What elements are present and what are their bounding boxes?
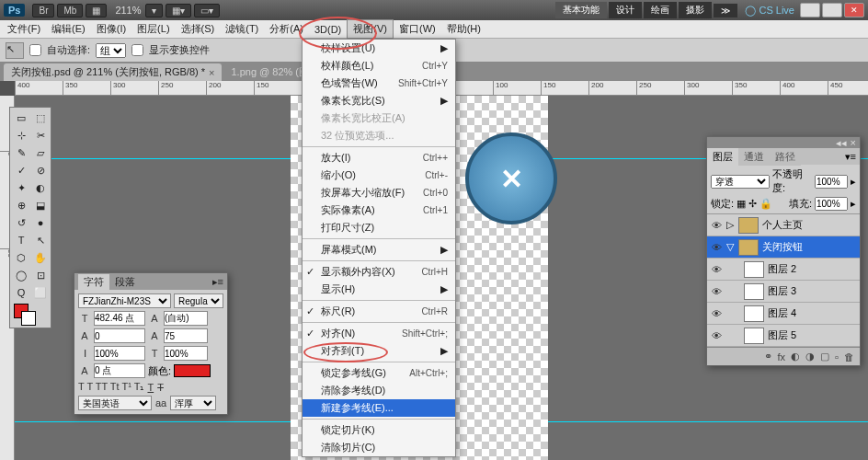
view-extras-button[interactable]: ▦▾ [166, 4, 191, 17]
folder-icon[interactable]: ▢ [820, 351, 829, 362]
tool-button[interactable]: ✋ [31, 249, 50, 266]
visibility-icon[interactable]: 👁 [707, 242, 725, 253]
lock-pixels-icon[interactable]: ▦ [737, 198, 746, 210]
close-icon[interactable]: × [851, 137, 856, 148]
menu-item[interactable]: 校样颜色(L)Ctrl+Y [303, 57, 455, 75]
screen-mode-button[interactable]: ▦ [86, 4, 107, 17]
size-input[interactable] [94, 311, 145, 326]
character-panel[interactable]: 字符 段落 ▸≡ FZJianZhi-M23SRegular TA AA ⅠT … [74, 272, 228, 415]
menu-item[interactable]: 放大(I)Ctrl++ [303, 149, 455, 167]
minibridge-button[interactable]: Mb [57, 4, 83, 17]
lock-all-icon[interactable]: 🔒 [760, 198, 772, 210]
fx-icon[interactable]: fx [778, 351, 786, 362]
visibility-icon[interactable]: 👁 [707, 330, 725, 341]
background-swatch[interactable] [21, 311, 36, 326]
tool-button[interactable]: ▱ [31, 144, 50, 161]
character-tab[interactable]: 字符 [78, 274, 109, 290]
tool-button[interactable]: ⊕ [12, 197, 30, 213]
tool-button[interactable]: Q [12, 284, 30, 301]
aa-select[interactable]: 浑厚 [170, 396, 216, 410]
layer-row[interactable]: 👁图层 5 [707, 325, 860, 347]
panel-menu-icon[interactable]: ▾≡ [841, 151, 860, 163]
screen-button[interactable]: ▭▾ [194, 4, 220, 17]
tool-button[interactable]: ◐ [31, 179, 50, 196]
style-select[interactable]: Regular [174, 293, 223, 308]
minimize-button[interactable]: ─ [800, 3, 820, 17]
close-button[interactable]: ✕ [844, 3, 864, 17]
tool-button[interactable]: ⬚ [31, 109, 50, 126]
menu-edit[interactable]: 编辑(E) [46, 20, 91, 38]
layer-row[interactable]: 👁▷个人主页 [707, 214, 860, 236]
layer-row[interactable]: 👁图层 4 [707, 303, 860, 325]
workspace-photo[interactable]: 摄影 [679, 2, 712, 18]
menu-layer[interactable]: 图层(L) [131, 20, 175, 38]
blend-mode-select[interactable]: 穿透 [711, 175, 770, 189]
menu-item[interactable]: 对齐到(T)▶ [303, 342, 455, 360]
menu-item[interactable]: 清除参考线(D) [303, 382, 455, 399]
menu-image[interactable]: 图像(I) [91, 20, 131, 38]
menu-item[interactable]: 实际像素(A)Ctrl+1 [303, 201, 455, 219]
tool-button[interactable]: ⊹ [12, 127, 30, 144]
menu-item[interactable]: ✓显示额外内容(X)Ctrl+H [303, 263, 455, 281]
layer-row[interactable]: 👁图层 3 [707, 281, 860, 303]
link-icon[interactable]: ⚭ [764, 351, 772, 362]
tool-button[interactable]: ▭ [12, 109, 30, 126]
paragraph-tab[interactable]: 段落 [115, 275, 135, 289]
tool-button[interactable]: ⬡ [12, 249, 30, 266]
collapse-icon[interactable]: ◂◂ [836, 137, 847, 149]
autoselect-checkbox[interactable] [29, 44, 41, 56]
layer-row[interactable]: 👁▽关闭按钮 [707, 236, 860, 259]
showcontrols-checkbox[interactable] [131, 44, 143, 56]
text-color-swatch[interactable] [174, 364, 211, 377]
leading-input[interactable] [164, 311, 208, 326]
tool-button[interactable]: ⊡ [31, 267, 50, 283]
baseline-input[interactable] [94, 363, 145, 378]
layers-tab[interactable]: 图层 [707, 148, 738, 166]
lock-position-icon[interactable]: ✢ [748, 198, 757, 210]
scale-h-input[interactable] [164, 346, 208, 361]
menu-window[interactable]: 窗口(W) [394, 20, 441, 38]
menu-item[interactable]: 按屏幕大小缩放(F)Ctrl+0 [303, 184, 455, 201]
bridge-button[interactable]: Br [32, 4, 54, 17]
tool-button[interactable]: ◯ [12, 267, 30, 283]
tool-button[interactable]: ● [31, 214, 50, 231]
move-tool-icon[interactable]: ↖ [6, 42, 24, 59]
visibility-icon[interactable]: 👁 [707, 308, 725, 319]
panel-header[interactable]: 字符 段落 ▸≡ [74, 273, 227, 290]
menu-item[interactable]: 锁定切片(K) [303, 421, 455, 439]
menu-select[interactable]: 选择(S) [176, 20, 221, 38]
menu-item[interactable]: 色域警告(W)Shift+Ctrl+Y [303, 75, 455, 92]
tool-button[interactable]: ✦ [12, 179, 30, 196]
font-select[interactable]: FZJianZhi-M23S [78, 293, 171, 308]
cs-live[interactable]: CS Live [745, 5, 794, 17]
menu-item[interactable]: 新建参考线(E)... [303, 399, 455, 417]
menu-view[interactable]: 视图(V) [347, 19, 394, 39]
menu-3d[interactable]: 3D(D) [309, 22, 347, 37]
layers-panel[interactable]: ◂◂× 图层 通道 路径 ▾≡ 穿透不透明度:▸ 锁定:▦✢🔒填充:▸ 👁▷个人… [706, 136, 861, 366]
menu-analysis[interactable]: 分析(A) [264, 20, 309, 38]
menu-help[interactable]: 帮助(H) [441, 20, 486, 38]
mask-icon[interactable]: ◐ [791, 351, 800, 362]
menu-item[interactable]: ✓对齐(N)Shift+Ctrl+; [303, 325, 455, 342]
adjust-icon[interactable]: ◑ [805, 351, 815, 362]
document-tab-1[interactable]: 关闭按钮.psd @ 211% (关闭按钮, RGB/8) *× [4, 63, 222, 81]
new-layer-icon[interactable]: ▫ [835, 351, 839, 362]
panel-menu-icon[interactable]: ▸≡ [212, 276, 223, 288]
tool-button[interactable]: ↖ [31, 232, 50, 248]
workspace-more[interactable]: ≫ [714, 4, 737, 17]
trash-icon[interactable]: 🗑 [844, 351, 854, 362]
tool-button[interactable]: ✓ [12, 162, 30, 178]
menu-item[interactable]: 校样设置(U)▶ [303, 40, 455, 57]
menu-item[interactable]: 显示(H)▶ [303, 281, 455, 298]
tool-button[interactable]: T [12, 232, 30, 248]
fill-input[interactable] [815, 197, 848, 211]
channels-tab[interactable]: 通道 [738, 148, 770, 166]
menu-item[interactable]: 屏幕模式(M)▶ [303, 241, 455, 259]
zoom-display[interactable]: 211% [115, 5, 141, 16]
visibility-icon[interactable]: 👁 [707, 286, 725, 297]
close-icon[interactable]: × [209, 67, 214, 78]
kerning-input[interactable] [164, 328, 208, 343]
menu-item[interactable]: 缩小(O)Ctrl+- [303, 167, 455, 184]
tool-button[interactable]: ✎ [12, 144, 30, 161]
menu-file[interactable]: 文件(F) [2, 20, 46, 38]
